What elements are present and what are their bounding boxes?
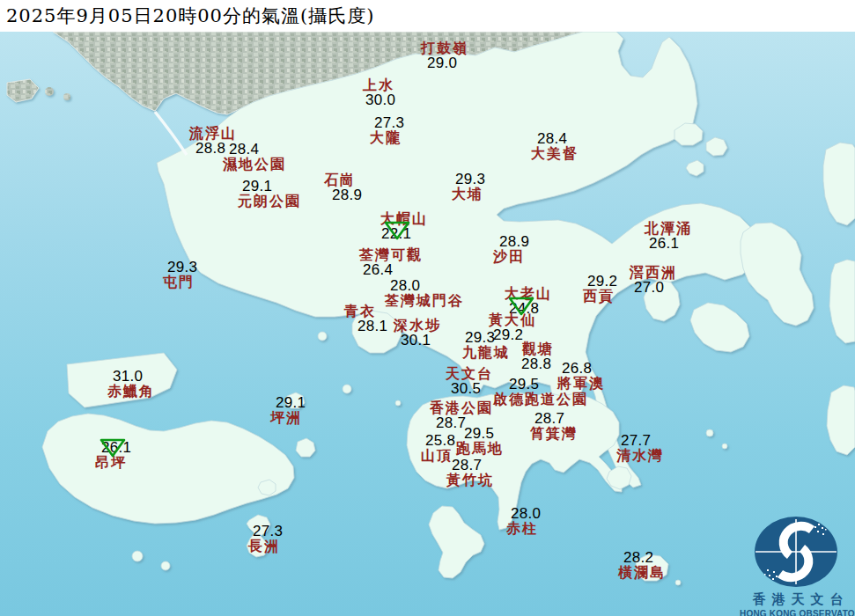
map-title: 2025年9月05日20時00分的氣溫(攝氏度) — [6, 4, 374, 28]
hko-logo-name-en: HONG KONG OBSERVATORY — [740, 609, 855, 616]
green-island — [395, 400, 401, 406]
kau-yi-chau-island — [343, 385, 351, 393]
waglan-island — [675, 580, 681, 585]
clear-water-bay-islet — [706, 429, 713, 436]
hko-logo: 香港天文台 HONG KONG OBSERVATORY — [740, 514, 855, 616]
soko-island — [132, 551, 143, 561]
ma-wan-island — [318, 332, 327, 341]
shenzhen-islet — [63, 93, 70, 100]
hko-logo-name-cn: 香港天文台 — [740, 591, 855, 608]
shenzhen-islet — [45, 87, 54, 96]
clear-water-bay-islet — [722, 444, 727, 449]
logo-emblem-spacer — [740, 514, 855, 590]
title-bar: 2025年9月05日20時00分的氣溫(攝氏度) — [0, 0, 855, 32]
hong-kong-map — [0, 0, 855, 616]
soko-island — [161, 561, 170, 570]
